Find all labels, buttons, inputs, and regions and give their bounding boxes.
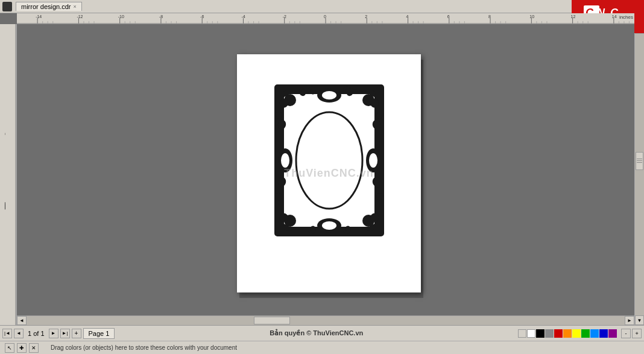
svg-text:4: 4 (406, 14, 409, 19)
svg-point-89 (322, 91, 336, 100)
vscroll-track[interactable] (635, 34, 644, 315)
svg-text:14: 14 (612, 14, 617, 19)
cross-cursor-button[interactable]: ✚ (17, 343, 27, 353)
red-swatch[interactable] (554, 329, 563, 338)
svg-text:-6: -6 (200, 14, 204, 19)
svg-point-95 (369, 153, 377, 168)
last-page-button[interactable]: ►| (60, 329, 70, 338)
cursor-tools: ↖ ✚ ✕ (5, 343, 39, 353)
svg-text:-10: -10 (118, 14, 124, 19)
purple-swatch[interactable] (608, 329, 617, 338)
ruler-left (5, 24, 16, 325)
yellow-swatch[interactable] (572, 329, 581, 338)
svg-text:-2: -2 (283, 14, 286, 19)
cyan-swatch[interactable] (590, 329, 599, 338)
hscroll-track[interactable] (27, 316, 625, 325)
tab-label: mirror design.cdr (21, 3, 71, 10)
svg-text:10: 10 (529, 14, 534, 19)
svg-point-91 (322, 221, 336, 230)
svg-text:-4: -4 (241, 14, 245, 19)
svg-point-83 (296, 112, 362, 209)
ruler-top: inches -14-12-10-8-6-4-202468101214 (17, 13, 634, 24)
svg-text:12: 12 (571, 14, 576, 19)
copyright-text: Bản quyền © ThuVienCNC.vn (270, 329, 363, 337)
next-page-button[interactable]: ► (49, 329, 58, 338)
svg-point-93 (281, 153, 289, 168)
status-bar: |◄ ◄ 1 of 1 ► ►| + Page 1 Bản quyền © Th… (0, 325, 644, 341)
hint-text: Drag colors (or objects) here to store t… (51, 344, 237, 351)
page-name-tab[interactable]: Page 1 (83, 328, 115, 339)
vscroll-thumb[interactable] (636, 152, 643, 170)
scroll-down-button[interactable]: ▼ (635, 315, 644, 325)
app-icon (2, 2, 12, 11)
orange-swatch[interactable] (563, 329, 572, 338)
ruler-left-svg (5, 24, 16, 325)
tab-close-button[interactable]: × (74, 4, 77, 10)
vertical-scrollbar[interactable]: ▲ ▼ (634, 24, 644, 325)
svg-text:-14: -14 (36, 14, 42, 19)
hint-bar: ↖ ✚ ✕ Drag colors (or objects) here to s… (0, 341, 644, 354)
no-color-swatch[interactable] (518, 329, 526, 338)
document-page: ThuVienCNC.vn (237, 54, 421, 292)
prev-page-button[interactable]: ◄ (14, 329, 24, 338)
svg-text:6: 6 (447, 14, 450, 19)
main-content: ↖ ◇ ⊡ ⊕ ✏ ⌇ ▭ ◯ ⬡ A ∥ 💧 ⬛ ◈ ↔ ⌐ (0, 24, 644, 325)
blue-swatch[interactable] (599, 329, 608, 338)
svg-text:8: 8 (488, 14, 491, 19)
scroll-right-button[interactable]: ► (625, 316, 634, 325)
first-page-button[interactable]: |◄ (2, 329, 12, 338)
horizontal-scrollbar[interactable]: ◄ ► (17, 315, 634, 325)
color-palette[interactable] (518, 329, 617, 338)
arrow-cursor-button[interactable]: ↖ (5, 343, 14, 353)
svg-text:-8: -8 (159, 14, 163, 19)
zoom-area[interactable]: - + (621, 329, 642, 338)
hscroll-thumb[interactable] (254, 317, 290, 324)
mirror-design-svg (272, 82, 387, 239)
svg-text:-12: -12 (77, 14, 83, 19)
zoom-in-button[interactable]: + (632, 329, 642, 338)
svg-text:2: 2 (365, 14, 367, 19)
canvas-area[interactable]: ThuVienCNC.vn ◄ ► (17, 24, 634, 325)
scroll-left-button[interactable]: ◄ (17, 316, 27, 325)
mirror-design-container (272, 82, 387, 240)
gray-swatch[interactable] (545, 329, 554, 338)
add-page-button[interactable]: + (72, 329, 81, 338)
page-indicator: 1 of 1 (25, 330, 47, 337)
title-bar: mirror design.cdr × (0, 0, 644, 13)
ruler-top-svg: -14-12-10-8-6-4-202468101214 (17, 13, 634, 24)
svg-text:0: 0 (324, 14, 326, 19)
white-swatch[interactable] (527, 329, 535, 338)
left-toolbar: ↖ ◇ ⊡ ⊕ ✏ ⌇ ▭ ◯ ⬡ A ∥ 💧 ⬛ ◈ ↔ ⌐ (0, 24, 17, 325)
x-button[interactable]: ✕ (29, 343, 39, 353)
zoom-out-button[interactable]: - (621, 329, 631, 338)
black-swatch[interactable] (536, 329, 545, 338)
document-tab[interactable]: mirror design.cdr × (16, 2, 82, 11)
green-swatch[interactable] (581, 329, 590, 338)
